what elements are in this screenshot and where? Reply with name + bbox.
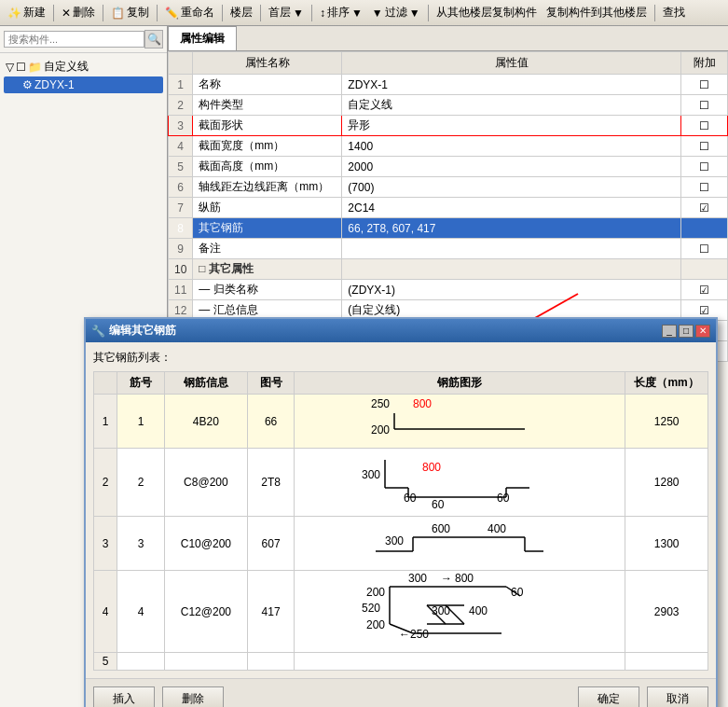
footer-right-buttons: 确定 取消 <box>578 686 708 707</box>
sort-icon: ↕ <box>320 7 325 20</box>
tab-property-edit[interactable]: 属性编辑 <box>168 26 237 50</box>
sort-button[interactable]: ↕ 排序 ▼ <box>316 3 366 22</box>
new-button[interactable]: ✨ 新建 <box>4 3 49 22</box>
row-attach-checkbox[interactable]: ☑ <box>681 198 728 218</box>
delete-button[interactable]: ✕ 删除 <box>58 3 99 22</box>
row-prop-value[interactable]: (ZDYX-1) <box>342 280 681 300</box>
row-prop-name: □ 其它属性 <box>193 259 342 280</box>
row-prop-value[interactable]: 2C14 <box>342 198 681 218</box>
row-prop-value[interactable]: 异形 <box>342 116 681 136</box>
insert-button[interactable]: 插入 <box>93 686 155 707</box>
prop-table-row[interactable]: 3截面形状异形☐ <box>169 116 728 136</box>
svg-text:60: 60 <box>511 586 524 599</box>
svg-text:800: 800 <box>455 572 474 585</box>
dialog-controls: _ □ ✕ <box>662 325 710 338</box>
row-number: 3 <box>169 116 193 136</box>
prop-table-row[interactable]: 11 — 归类名称(ZDYX-1)☑ <box>169 280 728 300</box>
sep2 <box>103 5 103 21</box>
rebar-length <box>625 653 708 671</box>
svg-text:400: 400 <box>469 604 488 617</box>
rebar-table-row[interactable]: 22C8@2002T8 300 800 60 60 60 1280 <box>94 449 708 517</box>
rebar-shape: 300 800 60 60 60 <box>295 449 625 517</box>
prop-table-row[interactable]: 1名称ZDYX-1☐ <box>169 75 728 95</box>
rebar-table-row[interactable]: 5 <box>94 653 708 671</box>
row-attach-checkbox[interactable] <box>681 218 728 239</box>
rebar-table-row[interactable]: 114B2066 800 250 200 1250 <box>94 395 708 449</box>
sep1 <box>53 5 54 21</box>
rebar-jinhao: 1 <box>117 395 165 449</box>
confirm-button[interactable]: 确定 <box>578 686 639 707</box>
rebar-col-info-header: 钢筋信息 <box>165 372 248 395</box>
search-input[interactable] <box>4 31 144 48</box>
row-prop-value[interactable] <box>342 259 681 280</box>
copy-button[interactable]: 📋 复制 <box>107 3 153 22</box>
row-number: 10 <box>169 259 193 280</box>
row-prop-value[interactable]: (700) <box>342 177 681 198</box>
rebar-tuhao: 2T8 <box>247 449 295 517</box>
rebar-col-tuhao-header: 图号 <box>247 372 295 395</box>
row-attach-checkbox[interactable]: ☐ <box>681 136 728 157</box>
dialog-close-button[interactable]: ✕ <box>695 325 710 338</box>
footer-left-buttons: 插入 删除 <box>93 686 224 707</box>
tree-child-item[interactable]: ⚙ ZDYX-1 <box>4 76 163 93</box>
row-prop-value[interactable]: ZDYX-1 <box>342 75 681 95</box>
tree-child-label: ZDYX-1 <box>34 78 75 91</box>
row-prop-name: 纵筋 <box>193 198 342 218</box>
rebar-row-number: 3 <box>94 517 117 571</box>
svg-text:300: 300 <box>362 468 380 481</box>
svg-text:300: 300 <box>408 572 427 585</box>
row-attach-checkbox[interactable] <box>681 259 728 280</box>
prop-table-row[interactable]: 9备注☐ <box>169 239 728 259</box>
row-prop-value[interactable]: 1400 <box>342 136 681 157</box>
row-attach-checkbox[interactable]: ☑ <box>681 280 728 300</box>
prop-table-row[interactable]: 5截面高度（mm）2000☐ <box>169 157 728 177</box>
rebar-table-row[interactable]: 44C12@200417 300 → 800 200 60 520 300 40… <box>94 571 708 653</box>
main-toolbar: ✨ 新建 ✕ 删除 📋 复制 ✏️ 重命名 楼层 首层 ▼ ↕ 排序 ▼ ▼ 过… <box>0 0 728 26</box>
rebar-row-number: 4 <box>94 571 117 653</box>
tree-root-item[interactable]: ▽ ☐ 📁 自定义线 <box>4 57 163 76</box>
prop-table-row[interactable]: 10□ 其它属性 <box>169 259 728 280</box>
row-attach-checkbox[interactable]: ☐ <box>681 157 728 177</box>
row-attach-checkbox[interactable]: ☐ <box>681 75 728 95</box>
prop-table-row[interactable]: 2构件类型自定义线☐ <box>169 95 728 116</box>
filter-icon: ▼ <box>372 7 383 20</box>
rebar-table-row[interactable]: 33C10@200607 300 600 400 1300 <box>94 517 708 571</box>
delete-rebar-button[interactable]: 删除 <box>162 686 224 707</box>
rebar-info: C12@200 <box>165 571 248 653</box>
copy-to-floor-button[interactable]: 复制构件到其他楼层 <box>543 3 651 22</box>
search-button[interactable]: 🔍 <box>144 30 163 49</box>
row-prop-value[interactable]: 66, 2T8, 607, 417 <box>342 218 681 239</box>
row-attach-checkbox[interactable]: ☐ <box>681 95 728 116</box>
floor-select-button[interactable]: 首层 ▼ <box>265 3 308 22</box>
dialog-maximize-button[interactable]: □ <box>679 325 694 338</box>
floor-button[interactable]: 楼层 <box>227 3 256 22</box>
row-attach-checkbox[interactable]: ☐ <box>681 239 728 259</box>
dialog-icon: 🔧 <box>91 325 105 338</box>
row-prop-value[interactable]: 2000 <box>342 157 681 177</box>
find-button[interactable]: 查找 <box>659 3 689 22</box>
sep6 <box>311 5 312 21</box>
rebar-shape: 800 250 200 <box>295 395 625 449</box>
tree-folder-icon: 📁 <box>28 61 42 74</box>
tree-expand-icon: ▽ <box>6 61 14 74</box>
rebar-shape: 300 600 400 <box>295 517 625 571</box>
row-prop-value[interactable]: 自定义线 <box>342 95 681 116</box>
rebar-col-shape-header: 钢筋图形 <box>295 372 625 395</box>
rename-button[interactable]: ✏️ 重命名 <box>161 3 218 22</box>
cancel-button[interactable]: 取消 <box>647 686 708 707</box>
svg-text:400: 400 <box>488 522 506 535</box>
copy-from-floor-button[interactable]: 从其他楼层复制构件 <box>433 3 541 22</box>
prop-table-row[interactable]: 7纵筋2C14☑ <box>169 198 728 218</box>
rebar-tuhao: 417 <box>247 571 295 653</box>
prop-table-row[interactable]: 6轴线距左边线距离（mm）(700)☐ <box>169 177 728 198</box>
rebar-info: C8@200 <box>165 449 248 517</box>
filter-button[interactable]: ▼ 过滤 ▼ <box>368 3 424 22</box>
row-prop-name: 构件类型 <box>193 95 342 116</box>
prop-table-row[interactable]: 8其它钢筋66, 2T8, 607, 417 <box>169 218 728 239</box>
row-attach-checkbox[interactable]: ☐ <box>681 177 728 198</box>
row-prop-value[interactable] <box>342 239 681 259</box>
row-attach-checkbox[interactable]: ☐ <box>681 116 728 136</box>
dialog-minimize-button[interactable]: _ <box>662 325 677 338</box>
prop-table-row[interactable]: 4截面宽度（mm）1400☐ <box>169 136 728 157</box>
svg-text:800: 800 <box>413 397 432 410</box>
